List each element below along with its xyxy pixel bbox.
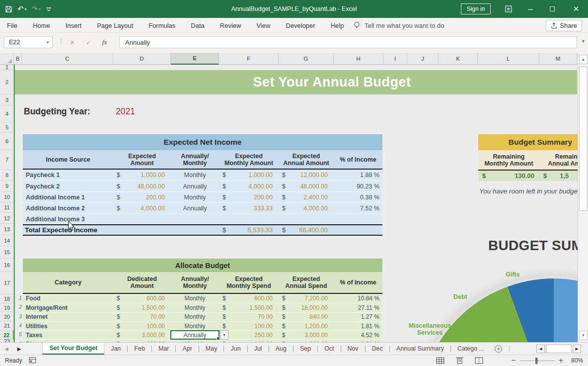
frequency-cell[interactable]: Annually — [171, 203, 219, 213]
frequency-cell[interactable]: Annually — [171, 181, 219, 191]
amount-cell[interactable]: $1,500.00 — [219, 303, 279, 312]
amount-cell[interactable]: $200.00 — [113, 192, 171, 202]
column-header-L[interactable]: L — [478, 53, 539, 65]
worksheet-area[interactable]: Set Your Annual Budget Budgeting Year: 2… — [14, 65, 578, 342]
income-source-cell[interactable]: Additional Income 2 — [23, 203, 113, 213]
horizontal-scrollbar[interactable]: ◀ ▶ — [536, 343, 588, 355]
amount-cell[interactable]: $4,000.00 — [219, 181, 279, 191]
sheet-tab-dec[interactable]: Dec — [366, 343, 389, 355]
sheet-tab-sep[interactable]: Sep — [294, 343, 317, 355]
new-sheet-button[interactable]: + — [495, 343, 502, 355]
percent-cell[interactable]: 1.88 % — [334, 170, 382, 181]
budget-row-utilities[interactable]: Utilities$100.00Monthly$100.00$1,200.001… — [23, 321, 382, 330]
row-header-16[interactable]: 16 — [0, 259, 14, 272]
income-total-row[interactable]: Total Expected Income $5,533.33 $66,400.… — [23, 224, 382, 236]
expand-formula-bar-icon[interactable]: ▼ — [581, 39, 586, 44]
income-source-cell[interactable]: Paycheck 2 — [23, 181, 113, 191]
frequency-cell[interactable]: Monthly — [171, 313, 219, 321]
column-header-K[interactable]: K — [439, 53, 478, 65]
row-header-4[interactable]: 4 — [0, 105, 14, 122]
sheet-tab-mar[interactable]: Mar — [152, 343, 176, 355]
share-button[interactable]: Share — [546, 20, 582, 31]
select-all-button[interactable] — [0, 53, 14, 65]
amount-cell[interactable]: $100.00 — [219, 322, 279, 330]
column-header-F[interactable]: F — [219, 53, 279, 65]
tab-home[interactable]: Home — [33, 22, 50, 29]
undo-dropdown-icon[interactable]: ▾ — [25, 7, 27, 11]
zoom-slider[interactable] — [520, 361, 555, 361]
ribbon-display-options-icon[interactable] — [499, 0, 518, 18]
save-icon[interactable] — [5, 5, 12, 13]
frequency-cell[interactable]: Monthly — [171, 303, 219, 312]
tab-formulas[interactable]: Formulas — [148, 22, 175, 29]
income-source-cell[interactable]: Additional Income 1 — [23, 192, 113, 202]
column-header-E[interactable]: E — [171, 53, 219, 65]
frequency-cell[interactable]: Monthly — [171, 322, 219, 330]
percent-cell[interactable]: 1.81 % — [334, 322, 382, 330]
column-header-B[interactable]: B — [14, 53, 22, 65]
percent-cell[interactable]: 4.52 % — [334, 331, 382, 339]
amount-cell[interactable]: $70.00 — [219, 313, 279, 321]
sheet-tab-set-your-budget[interactable]: Set Your Budget — [42, 343, 104, 355]
row-header-8[interactable]: 8 — [0, 170, 14, 181]
percent-cell[interactable]: 90.23 % — [334, 181, 382, 191]
customize-qat-icon[interactable] — [46, 6, 52, 12]
sheet-tab-jun[interactable]: Jun — [224, 343, 247, 355]
page-break-preview-icon[interactable] — [475, 357, 483, 364]
undo-button[interactable]: ↶▾ — [17, 4, 27, 13]
zoom-slider-thumb[interactable] — [535, 358, 537, 364]
tab-view[interactable]: View — [256, 22, 270, 29]
amount-cell[interactable]: $4,000.00 — [113, 203, 171, 213]
remaining-annual-value[interactable]: $1,5 — [539, 171, 578, 181]
column-header-D[interactable]: D — [113, 53, 171, 65]
income-row-paycheck-2[interactable]: Paycheck 2$48,000.00Annually$4,000.00$48… — [23, 181, 382, 191]
amount-cell[interactable]: $48,000.00 — [113, 181, 171, 191]
horizontal-scrollbar-thumb[interactable] — [546, 345, 572, 353]
amount-cell[interactable]: $70.00 — [113, 313, 171, 321]
category-cell[interactable]: Mortgage/Rent — [23, 303, 113, 312]
tell-me-box[interactable]: Tell me what you want to do — [354, 18, 444, 33]
row-header-2[interactable]: 2 — [0, 70, 14, 94]
row-header-17[interactable]: 17 — [0, 272, 14, 294]
row-header-19[interactable]: 19 — [0, 303, 14, 312]
insert-function-icon[interactable]: fx — [102, 38, 107, 46]
amount-cell[interactable]: $48,000.00 — [279, 181, 334, 191]
budget-row-mortgage-rent[interactable]: Mortgage/Rent$1,500.00Monthly$1,500.00$1… — [23, 303, 382, 312]
sheet-tab-jul[interactable]: Jul — [248, 343, 269, 355]
amount-cell[interactable] — [113, 214, 171, 224]
income-source-cell[interactable]: Paycheck 1 — [23, 170, 113, 181]
row-header-13[interactable]: 13 — [0, 224, 14, 235]
amount-cell[interactable] — [219, 214, 279, 224]
sheet-tab-feb[interactable]: Feb — [128, 343, 151, 355]
income-row-additional-income-2[interactable]: Additional Income 2$4,000.00Annually$333… — [23, 202, 382, 213]
scroll-right-icon[interactable]: ▶ — [573, 345, 581, 353]
amount-cell[interactable]: $1,200.00 — [279, 322, 334, 330]
row-header-11[interactable]: 11 — [0, 202, 14, 213]
row-header-12[interactable]: 12 — [0, 213, 14, 224]
frequency-cell[interactable]: Annually▼ — [171, 331, 219, 339]
frequency-cell[interactable]: Monthly — [171, 170, 219, 181]
row-header-15[interactable]: 15 — [0, 246, 14, 259]
column-header-M[interactable]: M — [539, 53, 577, 65]
amount-cell[interactable]: $3,000.00 — [279, 331, 334, 339]
normal-view-icon[interactable] — [436, 357, 444, 364]
cancel-entry-icon[interactable]: ✕ — [70, 39, 75, 46]
amount-cell[interactable]: $12,000.00 — [279, 170, 334, 181]
name-box[interactable]: E22 ▼ — [4, 36, 53, 48]
sheet-tab-aug[interactable]: Aug — [269, 343, 293, 355]
frequency-cell[interactable] — [171, 214, 219, 224]
amount-cell[interactable]: $600.00 — [219, 294, 279, 303]
zoom-in-icon[interactable]: + — [559, 356, 563, 365]
minimize-button[interactable]: ─ — [520, 0, 540, 18]
amount-cell[interactable]: $3,000.00 — [113, 331, 171, 339]
percent-cell[interactable]: 0.38 % — [334, 192, 382, 202]
percent-cell[interactable]: 1.27 % — [334, 313, 382, 321]
close-button[interactable]: ✕ — [566, 0, 586, 18]
category-cell[interactable]: Taxes — [23, 331, 113, 339]
amount-cell[interactable]: $2,400.00 — [279, 192, 334, 202]
row-header-5[interactable]: 5 — [0, 122, 14, 133]
sheet-tab-annual-summary[interactable]: Annual Summary — [390, 343, 450, 355]
sign-in-button[interactable]: Sign in — [461, 3, 491, 14]
budget-row-taxes[interactable]: Taxes$3,000.00Annually▼$250.00$3,000.004… — [23, 330, 382, 339]
amount-cell[interactable]: $1,000.00 — [113, 170, 171, 181]
